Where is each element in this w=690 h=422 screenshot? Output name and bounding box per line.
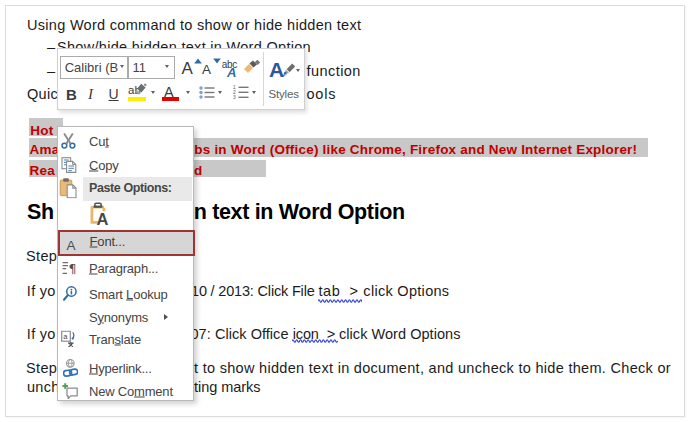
menu-label-translate: Translate	[89, 332, 141, 347]
doc-word2010-right-a: 10 / 2013: Click File	[191, 283, 318, 299]
menu-item-copy[interactable]: Copy	[58, 153, 193, 176]
menu-item-font[interactable]: A Font...	[58, 230, 195, 255]
shrink-font-a: A	[202, 63, 211, 77]
copy-icon	[61, 157, 77, 173]
grow-font-button[interactable]: A	[181, 56, 203, 78]
font-size-combobox[interactable]: 11	[128, 56, 176, 80]
menu-item-cut[interactable]: Cut	[58, 130, 193, 153]
translate-icon: a	[61, 331, 76, 348]
ad-read-right: d	[194, 164, 202, 178]
numbering-icon: 1 2 3	[233, 85, 249, 100]
underline-button[interactable]: U	[105, 84, 122, 104]
font-size-value: 11	[132, 61, 146, 74]
font-dialog-icon: A	[67, 238, 76, 253]
label-text: ookup	[133, 286, 167, 301]
menu-item-paste-options: Paste Options:	[58, 176, 193, 200]
phonetic-a-glyph: A	[227, 66, 236, 79]
doc-word2010-left: If yo	[27, 284, 56, 299]
highlight-color-bar	[128, 97, 146, 101]
paste-text-icon: A	[87, 202, 109, 226]
accel-underline: F	[90, 234, 98, 249]
menu-label-paragraph: Paragraph...	[89, 260, 158, 275]
styles-label: Styles	[269, 88, 299, 100]
italic-glyph: I	[88, 87, 93, 102]
menu-label-cut: Cut	[89, 134, 109, 149]
menu-label-new-comment: New Comment	[89, 383, 173, 398]
svg-text:3: 3	[233, 95, 236, 100]
styles-button[interactable]: A Styles	[267, 56, 303, 106]
menu-item-synonyms[interactable]: Synonyms	[58, 305, 193, 328]
svg-text:¶: ¶	[68, 261, 76, 275]
highlighter-pen-icon	[132, 83, 147, 97]
menu-item-translate[interactable]: a Translate	[58, 328, 193, 351]
label-text: opy	[98, 157, 118, 172]
menu-item-paragraph[interactable]: ¶ Paragraph...	[58, 256, 193, 279]
menu-label-copy: Copy	[89, 157, 119, 172]
accel-underline: H	[89, 360, 98, 375]
doc-step2-left: Step	[26, 361, 57, 376]
doc-word2007-right-c: click Word Options	[339, 326, 461, 342]
label-text: late	[121, 332, 141, 347]
chevron-down-icon	[296, 69, 300, 72]
doc-line-quick-right: ools	[307, 87, 337, 102]
menu-item-paste-keep-text-only[interactable]: A	[58, 200, 193, 230]
menu-label-paste-options: Paste Options:	[89, 181, 172, 195]
doc-word2007-right-a: 07: Click Office	[191, 326, 293, 342]
doc-word2010-right: 10 / 2013: Click File tab > click Option…	[191, 284, 449, 299]
submenu-arrow-icon	[164, 314, 168, 320]
format-painter-icon	[243, 60, 261, 74]
format-painter-button[interactable]	[241, 56, 263, 78]
heading-left: Sh	[27, 202, 54, 224]
bullets-button[interactable]	[198, 83, 215, 103]
accel-underline: t	[105, 134, 108, 149]
context-menu: Cut Copy Paste Options: A A Font...	[57, 126, 194, 401]
text-highlight-button[interactable]: ab	[127, 83, 148, 104]
doc-line-bullet2-right: function	[307, 64, 361, 79]
smart-lookup-icon	[62, 285, 78, 302]
doc-line-intro: Using Word command to show or hide hidde…	[27, 18, 361, 33]
chevron-down-icon	[165, 65, 169, 68]
new-comment-icon	[62, 383, 78, 399]
doc-word2007-left: If yo	[27, 327, 56, 342]
grow-font-a: A	[182, 60, 193, 77]
menu-label-font: Font...	[90, 234, 125, 249]
label-text: New Co	[89, 383, 134, 398]
label-text: nonyms	[104, 309, 148, 324]
label-text: ment	[145, 383, 173, 398]
bold-button[interactable]: B	[63, 84, 80, 104]
chevron-down-icon	[252, 91, 256, 94]
styles-brush-icon	[282, 63, 297, 79]
menu-label-smart-lookup: Smart Lookup	[89, 286, 168, 301]
menu-item-hyperlink[interactable]: Hyperlink...	[58, 356, 193, 379]
label-text: Cu	[89, 134, 105, 149]
label-text: yperlink...	[98, 360, 151, 375]
menu-item-smart-lookup[interactable]: Smart Lookup	[58, 282, 193, 305]
font-color-button[interactable]: A	[161, 83, 179, 104]
ad-line-right: bs in Word (Office) like Chrome, Firefox…	[194, 143, 637, 157]
grammar-squiggle-tab	[318, 298, 362, 304]
doc-step2b-left: unch	[27, 380, 60, 395]
font-name-combobox[interactable]: Calibri (Body)	[60, 56, 129, 80]
heading-right: n text in Word Option	[194, 202, 405, 224]
doc-step1-left: Step	[26, 249, 57, 264]
phonetic-guide-button[interactable]: abc A	[220, 56, 241, 78]
italic-button[interactable]: I	[84, 84, 100, 104]
underline-glyph: U	[109, 87, 119, 101]
bullets-icon	[199, 86, 215, 99]
doc-step2b-right: ting marks	[194, 380, 260, 395]
menu-label-hyperlink: Hyperlink...	[89, 360, 152, 375]
bold-glyph: B	[66, 87, 77, 102]
numbering-button[interactable]: 1 2 3	[232, 83, 249, 103]
doc-line-quick-left: Quic	[27, 87, 58, 102]
menu-item-new-comment[interactable]: New Comment	[58, 379, 193, 402]
doc-line3-dash: –	[47, 64, 55, 79]
hyperlink-icon	[63, 359, 78, 377]
accel-underline: m	[134, 383, 145, 398]
menu-label-synonyms: Synonyms	[89, 309, 148, 324]
grammar-squiggle-icon	[292, 338, 339, 344]
font-color-bar	[162, 97, 180, 101]
chevron-down-icon	[218, 91, 222, 94]
paragraph-icon: ¶	[62, 261, 77, 275]
accel-underline: C	[89, 157, 98, 172]
doc-step2-right: t to show hidden text in document, and u…	[194, 361, 671, 376]
